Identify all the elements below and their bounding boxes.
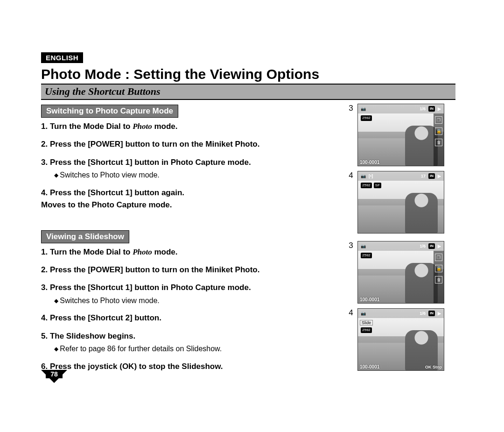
step: 1. Turn the Mode Dial to Photo mode. xyxy=(41,246,330,258)
camera-icon: 📷 xyxy=(361,311,366,316)
file-number: 100-0001 xyxy=(360,160,379,165)
section-a-steps: 1. Turn the Mode Dial to Photo mode. 2. … xyxy=(41,120,330,212)
play-icon: ▶ xyxy=(438,174,441,178)
figure-tag: 4 xyxy=(346,171,356,180)
camera-screen: 📷 1/6 IN ▶ 2592 ❐ 🔒 🗑 100-0001 xyxy=(357,241,444,304)
lock-icon: 🔒 xyxy=(435,127,442,135)
layers-icon: ❐ xyxy=(435,254,442,261)
language-badge: ENGLISH xyxy=(41,52,83,63)
step: 3. Press the [Shortcut 1] button in Phot… xyxy=(41,156,330,181)
resolution-badge: 2592 xyxy=(361,183,372,188)
memory-badge: IN xyxy=(428,106,435,112)
figure-tag: 3 xyxy=(346,241,356,250)
section-b-heading: Viewing a Slideshow xyxy=(41,230,129,243)
lock-icon: 🔒 xyxy=(435,265,442,272)
figure-b4: 4 📷 1/6 IN ▶ Slide 2592 100-0001 OK Stop xyxy=(357,308,455,371)
step: 2. Press the [POWER] button to turn on t… xyxy=(41,264,330,276)
slide-label: Slide xyxy=(360,320,373,326)
figure-a4: 4 📷 [•] 17 IN ▶ 2592 SF xyxy=(357,171,455,234)
text-column: Switching to Photo Capture Mode 1. Turn … xyxy=(41,100,330,378)
ok-stop-label: OK Stop xyxy=(425,365,442,369)
play-icon: ▶ xyxy=(438,244,441,248)
section-b-steps: 1. Turn the Mode Dial to Photo mode. 2. … xyxy=(41,246,330,373)
counter: 1/6 xyxy=(420,244,426,248)
subtitle: Using the Shortcut Buttons xyxy=(45,85,161,97)
quality-badge: SF xyxy=(374,183,381,188)
play-icon: ▶ xyxy=(438,311,441,316)
camera-screen: 📷 1/6 IN ▶ 2592 ❐ 🔒 🗑 100-0001 xyxy=(357,104,444,166)
step: 6. Press the joystick (OK) to stop the S… xyxy=(41,361,330,373)
resolution-badge: 2592 xyxy=(361,115,372,121)
step: 4. Press the [Shortcut 2] button. xyxy=(41,312,330,324)
step: 4. Press the [Shortcut 1] button again. … xyxy=(41,187,330,212)
step: 3. Press the [Shortcut 1] button in Phot… xyxy=(41,282,330,306)
bullet: Refer to page 86 for further details on … xyxy=(54,343,330,355)
camera-screen: 📷 1/6 IN ▶ Slide 2592 100-0001 OK Stop xyxy=(357,308,444,371)
layers-icon: ❐ xyxy=(435,116,442,124)
figure-a3: 3 📷 1/6 IN ▶ 2592 ❐ 🔒 🗑 xyxy=(357,104,455,166)
resolution-badge: 2592 xyxy=(361,253,372,258)
memory-badge: IN xyxy=(428,311,435,316)
camera-icon: 📷 xyxy=(361,174,366,178)
page-number-ornament: 78 xyxy=(41,370,67,383)
counter: 1/6 xyxy=(420,106,426,111)
camera-icon: 📷 xyxy=(361,106,366,111)
camera-icon: 📷 xyxy=(361,244,366,248)
counter: 1/6 xyxy=(420,311,426,316)
figure-column: 3 📷 1/6 IN ▶ 2592 ❐ 🔒 🗑 xyxy=(357,100,455,375)
memory-badge: IN xyxy=(428,173,435,179)
figure-tag: 3 xyxy=(346,104,356,113)
step: 5. The Slideshow begins. Refer to page 8… xyxy=(41,330,330,355)
step: 1. Turn the Mode Dial to Photo mode. xyxy=(41,120,330,133)
camera-screen: 📷 [•] 17 IN ▶ 2592 SF xyxy=(357,171,444,234)
shots-remaining: 17 xyxy=(421,174,426,178)
section-a-heading: Switching to Photo Capture Mode xyxy=(41,105,178,118)
figure-tag: 4 xyxy=(346,308,356,318)
bullet: Switches to Photo view mode. xyxy=(54,170,330,181)
trash-icon: 🗑 xyxy=(435,276,442,283)
subtitle-bar: Using the Shortcut Buttons xyxy=(41,85,455,100)
file-number: 100-0001 xyxy=(360,364,379,369)
figure-b3: 3 📷 1/6 IN ▶ 2592 ❐ 🔒 🗑 xyxy=(357,241,455,304)
trash-icon: 🗑 xyxy=(435,139,442,146)
page-title: Photo Mode : Setting the Viewing Options xyxy=(41,66,455,85)
play-icon: ▶ xyxy=(438,106,441,111)
resolution-badge: 2592 xyxy=(361,327,372,333)
meter-icon: [•] xyxy=(369,174,373,178)
step: 2. Press the [POWER] button to turn on t… xyxy=(41,138,330,150)
bullet: Switches to Photo view mode. xyxy=(54,295,330,307)
page-number: 78 xyxy=(46,370,63,378)
file-number: 100-0001 xyxy=(360,297,379,302)
memory-badge: IN xyxy=(428,243,435,249)
